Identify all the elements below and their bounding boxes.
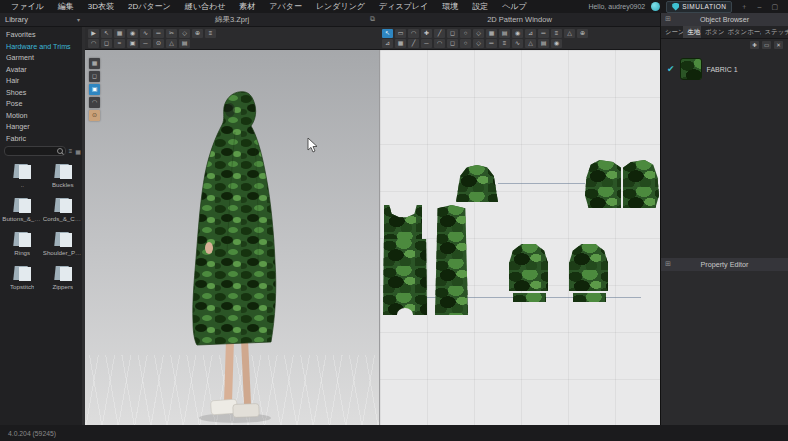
pattern-piece-front-panel[interactable] (383, 239, 427, 315)
show-seamline-icon[interactable]: ◠ (89, 97, 100, 108)
library-nav-item[interactable]: Hardware and Trims (0, 41, 85, 53)
object-browser-tab[interactable]: ステッチ (761, 26, 788, 38)
pattern-outline-icon[interactable]: ◻ (447, 39, 458, 48)
pattern-piece-collar[interactable] (456, 165, 498, 202)
transform-pattern-icon[interactable]: ↖ (382, 29, 393, 38)
grid-view-icon[interactable]: ▦ (75, 148, 81, 155)
copy-fabric-icon[interactable]: ▭ (762, 41, 771, 49)
3d-viewport-canvas[interactable]: ▦◻▣◠⊙ (85, 50, 379, 425)
scissors-icon[interactable]: ✂ (166, 29, 177, 38)
add-mode-icon[interactable]: ＋ (738, 2, 749, 12)
3d-window-titlebar[interactable]: 綿果3.Zprj ⧉ (85, 13, 379, 27)
solidify-icon[interactable]: ▣ (127, 39, 138, 48)
menu-item[interactable]: ヘルプ (495, 1, 534, 12)
internal-circle-icon[interactable]: ◉ (512, 29, 523, 38)
float-window-icon[interactable]: ⧉ (370, 15, 375, 23)
2d-window-titlebar[interactable]: 2D Pattern Window (379, 13, 660, 27)
show-3d-pattern-icon[interactable]: ▣ (89, 84, 100, 95)
library-scrollbar[interactable] (82, 27, 85, 425)
edit-pattern-icon[interactable]: ▭ (395, 29, 406, 38)
tack-icon[interactable]: ─ (140, 39, 151, 48)
list-view-icon[interactable]: ≡ (69, 148, 73, 154)
select-mesh-icon[interactable]: ▦ (114, 29, 125, 38)
segment-sewing-icon[interactable]: ▦ (395, 39, 406, 48)
menu-item[interactable]: 縫い合わせ (178, 1, 233, 12)
globe-icon[interactable] (651, 2, 660, 11)
library-nav-item[interactable]: Hanger (0, 121, 85, 133)
library-nav-item[interactable]: Hair (0, 75, 85, 87)
texture-editor-icon[interactable]: ⊕ (577, 29, 588, 38)
shape-circle-icon[interactable]: ○ (460, 39, 471, 48)
library-folder[interactable]: .. (2, 164, 43, 188)
seam-symbol-icon[interactable]: ═ (538, 29, 549, 38)
add-fabric-icon[interactable]: ✚ (750, 41, 759, 49)
shape-dart-icon[interactable]: ◇ (473, 39, 484, 48)
reset-pose-icon[interactable]: ≡ (205, 29, 216, 38)
pattern-piece-back-panel[interactable] (435, 205, 468, 315)
fold-arrangement-icon[interactable]: ◠ (88, 39, 99, 48)
seam-icon[interactable]: ═ (153, 29, 164, 38)
pattern-piece-hood-left[interactable] (585, 160, 621, 208)
pattern-piece-hood-right[interactable] (623, 160, 659, 208)
menu-item[interactable]: 3D衣装 (81, 1, 121, 12)
library-folder[interactable]: Buckles (43, 164, 84, 188)
show-garment-icon[interactable]: ◻ (89, 71, 100, 82)
polygon-tool-icon[interactable]: ╱ (434, 29, 445, 38)
menu-item[interactable]: 素材 (232, 1, 262, 12)
dock-icon[interactable]: ⊞ (665, 15, 671, 23)
show-avatar-icon[interactable]: ⊙ (89, 110, 100, 121)
pin-icon[interactable]: ◉ (127, 29, 138, 38)
seam-allowance-icon[interactable]: ═ (486, 39, 497, 48)
menu-item[interactable]: レンダリング (309, 1, 372, 12)
object-browser-tab[interactable]: ボタンホール (724, 26, 761, 38)
library-nav-item[interactable]: Garment (0, 52, 85, 64)
dock-icon[interactable]: ⊞ (665, 260, 671, 268)
rectangle-tool-icon[interactable]: ◻ (447, 29, 458, 38)
library-folder[interactable]: Topstitch (2, 266, 43, 290)
library-nav-item[interactable]: Avatar (0, 64, 85, 76)
texture-icon[interactable]: ▤ (179, 39, 190, 48)
fold-line-icon[interactable]: ◠ (434, 39, 445, 48)
grain-line-icon[interactable]: △ (525, 39, 536, 48)
pattern-piece-sleeve-left[interactable] (509, 243, 548, 291)
library-folder[interactable]: Shoulder_Pads (43, 232, 84, 256)
menu-item[interactable]: ファイル (4, 1, 51, 12)
library-folder[interactable]: Buttons_&_Butt (2, 198, 43, 222)
library-folder[interactable]: Rings (2, 232, 43, 256)
check-icon[interactable]: ✔ (667, 64, 675, 74)
object-browser-tab[interactable]: シーン (661, 26, 683, 38)
menu-item[interactable]: 環境 (435, 1, 465, 12)
chevron-down-icon[interactable]: ▾ (77, 16, 80, 23)
edit-curvature-icon[interactable]: ◠ (408, 29, 419, 38)
edit-sewing-icon[interactable]: ⊿ (382, 39, 393, 48)
library-folder[interactable]: Cords_&_Cord_E (43, 198, 84, 222)
add-point-icon[interactable]: ✚ (421, 29, 432, 38)
steam-icon[interactable]: ≈ (114, 39, 125, 48)
menu-item[interactable]: アバター (262, 1, 309, 12)
gizmo-icon[interactable]: ⊕ (192, 29, 203, 38)
search-input[interactable] (4, 146, 66, 156)
simulate-icon[interactable]: ▶ (88, 29, 99, 38)
arrangement-icon[interactable]: ◇ (179, 29, 190, 38)
library-nav-item[interactable]: Fabric (0, 133, 85, 145)
select-move-icon[interactable]: ↖ (101, 29, 112, 38)
library-nav-item[interactable]: Favorites (0, 29, 85, 41)
pattern-piece-cuff-right[interactable] (573, 293, 606, 302)
property-editor-header[interactable]: ⊞ Property Editor (661, 258, 788, 271)
library-folder[interactable]: Zippers (43, 266, 84, 290)
library-nav-item[interactable]: Motion (0, 110, 85, 122)
trace-icon[interactable]: ⊿ (525, 29, 536, 38)
menu-item[interactable]: ディスプレイ (372, 1, 435, 12)
object-browser-tab[interactable]: ボタン (701, 26, 724, 38)
dart-tool-icon[interactable]: ◇ (473, 29, 484, 38)
menu-item[interactable]: 編集 (51, 1, 81, 12)
notch-icon[interactable]: ≡ (551, 29, 562, 38)
tape-icon[interactable]: ⊙ (153, 39, 164, 48)
object-browser-tab[interactable]: 生地 (683, 26, 700, 38)
library-header[interactable]: Library ▾ (0, 13, 85, 27)
point-icon[interactable]: ◉ (551, 39, 562, 48)
fabric-fill-icon[interactable]: ▤ (538, 39, 549, 48)
internal-polygon-icon[interactable]: ▦ (486, 29, 497, 38)
restore-icon[interactable]: ▢ (769, 3, 780, 11)
pattern-piece-sleeve-right[interactable] (569, 243, 608, 291)
